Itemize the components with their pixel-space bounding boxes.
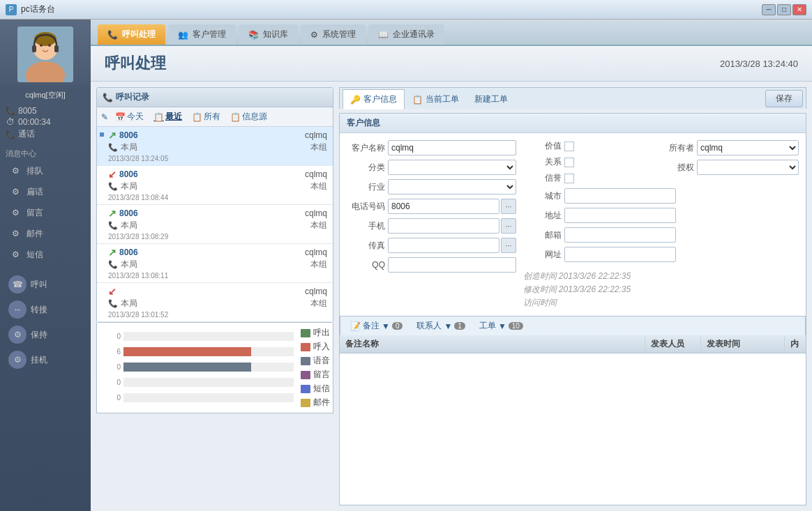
- sidebar-item-hold[interactable]: ⚙ 保持: [3, 322, 88, 347]
- tab-contacts[interactable]: 联系人 ▼ 1: [411, 318, 470, 334]
- fax-input[interactable]: [388, 238, 499, 253]
- legend-color-sms: [301, 385, 310, 393]
- qq-input[interactable]: [388, 257, 516, 273]
- tab-knowledge[interactable]: 📚 知识库: [239, 24, 298, 45]
- notes-table-header: 备注名称 发表人员 发表时间 内: [340, 335, 806, 353]
- outgoing-icon: ↗: [108, 208, 116, 219]
- right-panel: 🔑 客户信息 📋 当前工单 新建工单 保存 客: [339, 87, 806, 505]
- save-button[interactable]: 保存: [765, 90, 803, 107]
- phone-input[interactable]: [388, 199, 499, 214]
- sidebar-item-email[interactable]: ⚙ 邮件: [3, 223, 88, 244]
- field-fax: 传真 ···: [347, 238, 516, 253]
- tab-sysmgmt[interactable]: ⚙ 系统管理: [301, 24, 366, 45]
- value-checkbox[interactable]: [564, 142, 574, 151]
- record-org: 本组: [310, 259, 327, 270]
- source-icon: 📋: [230, 112, 241, 122]
- call-label: 呼叫: [31, 279, 47, 291]
- sidebar-info: 📞 8005 ⏱ 00:00:34 📞 通话: [0, 102, 91, 144]
- filter-source[interactable]: 📋 信息源: [227, 110, 270, 123]
- close-button[interactable]: ✕: [792, 4, 806, 15]
- name-input[interactable]: [388, 140, 516, 155]
- bottom-tabs-row: 📝 备注 ▼ 0 联系人 ▼ 1 工单 ▼: [340, 316, 806, 335]
- entaddr-label: 企业通讯录: [393, 29, 435, 40]
- sidebar-item-hangup[interactable]: ⚙ 挂机: [3, 347, 88, 372]
- tab-notes[interactable]: 📝 备注 ▼ 0: [345, 318, 408, 334]
- field-category: 分类: [347, 160, 516, 175]
- form-body: 客户名称 分类 行业: [340, 133, 806, 316]
- field-owner: 所有者 cqlmq: [656, 140, 799, 155]
- sidebar-item-queue[interactable]: ⚙ 排队: [3, 160, 88, 181]
- record-item[interactable]: ↗ 8006 cqlmq 📞 本局 本组 2013/3/28 13:08:11: [97, 244, 333, 283]
- sysmgmt-icon: ⚙: [310, 30, 318, 40]
- maximize-button[interactable]: □: [777, 4, 791, 15]
- category-select[interactable]: [388, 160, 516, 175]
- record-item[interactable]: ↙ cqlmq 📞 本局 本组 2013/3/28 13:01:52: [97, 283, 333, 322]
- tab-entaddr[interactable]: 📖 企业通讯录: [368, 24, 444, 45]
- minimize-button[interactable]: ─: [762, 4, 776, 15]
- gear-icon: ⚙: [8, 206, 22, 220]
- mobile-input[interactable]: [388, 218, 499, 234]
- phone-more-button[interactable]: ···: [501, 199, 516, 214]
- sidebar-item-transfer[interactable]: ↔ 转接: [3, 297, 88, 322]
- call-records-header: 📞 呼叫记录: [97, 88, 333, 107]
- relation-label: 关系: [523, 156, 562, 168]
- relation-checkbox[interactable]: [564, 158, 574, 167]
- sidebar-item-chat[interactable]: ⚙ 扁话: [3, 181, 88, 202]
- datetime: 2013/3/28 13:24:40: [720, 59, 798, 69]
- record-item[interactable]: ↙ 8006 cqlmq 📞 本局 本组 2013/3/28 13:08:44: [97, 166, 333, 205]
- queue-label: 排队: [27, 165, 43, 177]
- callprocess-icon: 📞: [107, 30, 118, 40]
- svg-rect-7: [32, 45, 36, 52]
- tab-customer-info[interactable]: 🔑 客户信息: [343, 89, 405, 109]
- filter-all[interactable]: 📋 所有: [189, 110, 223, 123]
- record-line: 本局: [121, 142, 137, 153]
- filter-today[interactable]: 📅 今天: [112, 110, 146, 123]
- fax-more-button[interactable]: ···: [501, 238, 516, 253]
- modified-value: 2013/3/26 22:22:35: [559, 284, 631, 294]
- record-number-text: 8006: [119, 247, 138, 257]
- legend-color-voice: [301, 357, 310, 365]
- email-label: 邮箱: [523, 229, 562, 241]
- sidebar-item-sms[interactable]: ⚙ 短信: [3, 244, 88, 265]
- website-label: 网址: [523, 249, 562, 261]
- tab-tasks[interactable]: 工单 ▼ 10: [474, 318, 529, 334]
- record-org: 本组: [310, 298, 327, 310]
- contacts-label: 联系人: [416, 320, 442, 332]
- city-label: 城市: [523, 190, 562, 202]
- tab-new-task[interactable]: 新建工单: [467, 89, 516, 109]
- sidebar-item-call[interactable]: ☎ 呼叫: [3, 272, 88, 297]
- legend-item-callout: 呼出: [301, 327, 330, 339]
- sidebar-item-voicemail[interactable]: ⚙ 留言: [3, 202, 88, 223]
- bar-label-1: 6: [114, 348, 121, 356]
- record-name: cqlmq: [305, 130, 327, 140]
- record-item[interactable]: ↗ 8006 cqlmq 📞 本局 本组 2013/3/28 13:08:29: [97, 205, 333, 244]
- tab-custmgmt[interactable]: 👥 客户管理: [168, 24, 236, 45]
- mobile-more-button[interactable]: ···: [501, 218, 516, 234]
- customer-form: 客户信息 客户名称 分类: [339, 113, 806, 505]
- owner-select[interactable]: cqlmq: [697, 140, 799, 155]
- credit-checkbox[interactable]: [564, 174, 574, 183]
- created-value: 2013/3/26 22:22:35: [559, 271, 631, 281]
- bar-label-0: 0: [114, 333, 121, 340]
- avatar-area: [0, 20, 91, 86]
- timer-row: ⏱ 00:00:34: [6, 117, 85, 127]
- field-auth: 授权: [656, 160, 799, 175]
- record-time: 2013/3/28 13:08:44: [108, 194, 327, 201]
- filter-recent[interactable]: 📋 最近: [151, 110, 185, 123]
- tab-current-task[interactable]: 📋 当前工单: [405, 89, 467, 109]
- hangup-icon: ⚙: [8, 351, 27, 369]
- record-item[interactable]: ↗ 8006 cqlmq 📞 本局 本组 2013/3/28 13:24:05: [97, 127, 333, 166]
- industry-select[interactable]: [388, 179, 516, 195]
- record-org: 本组: [310, 220, 327, 231]
- legend-label-callout: 呼出: [313, 327, 330, 339]
- phone-small-icon: 📞: [108, 143, 118, 152]
- bar-fill-2: [123, 363, 251, 372]
- sidebar: cqlmq[空闲] 📞 8005 ⏱ 00:00:34 📞 通话 消息中心 ⚙ …: [0, 20, 91, 511]
- auth-select[interactable]: [697, 160, 799, 175]
- field-qq: QQ: [347, 257, 516, 273]
- phone-small-icon: 📞: [108, 299, 118, 308]
- legend-color-voicemail: [301, 371, 310, 379]
- bar-label-2: 0: [114, 363, 121, 371]
- tab-callprocess[interactable]: 📞 呼叫处理: [98, 24, 165, 45]
- legend-label-callin: 呼入: [313, 341, 330, 353]
